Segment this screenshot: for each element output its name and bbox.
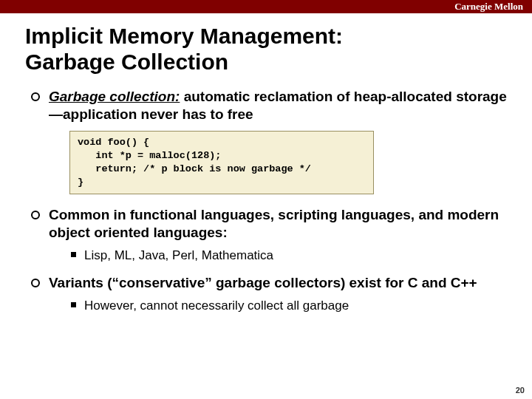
sub-list-languages: Lisp, ML, Java, Perl, Mathematica	[69, 248, 510, 264]
title-line-1: Implicit Memory Management:	[25, 24, 343, 48]
title-line-2: Garbage Collection	[25, 50, 228, 74]
page-number: 20	[516, 386, 525, 395]
bullet-item-variants: Variants (“conservative” garbage collect…	[28, 274, 510, 314]
header-bar	[0, 0, 532, 13]
bullet-languages-text: Common in functional languages, scriptin…	[49, 207, 499, 240]
slide-title: Implicit Memory Management: Garbage Coll…	[25, 24, 532, 75]
bullet-variants-text: Variants (“conservative” garbage collect…	[49, 275, 477, 290]
sub-item-lisp: Lisp, ML, Java, Perl, Mathematica	[69, 248, 510, 264]
term-gc: Garbage collection:	[49, 89, 180, 104]
sub-item-however: However, cannot necessarily collect all …	[69, 298, 510, 314]
bullet-item-gc: Garbage collection: automatic reclamatio…	[28, 88, 510, 194]
bullet-list: Garbage collection: automatic reclamatio…	[28, 88, 510, 314]
bullet-item-languages: Common in functional languages, scriptin…	[28, 206, 510, 264]
sub-list-variants: However, cannot necessarily collect all …	[69, 298, 510, 314]
brand-label: Carnegie Mellon	[454, 0, 523, 13]
code-block: void foo() { int *p = malloc(128); retur…	[69, 131, 374, 195]
